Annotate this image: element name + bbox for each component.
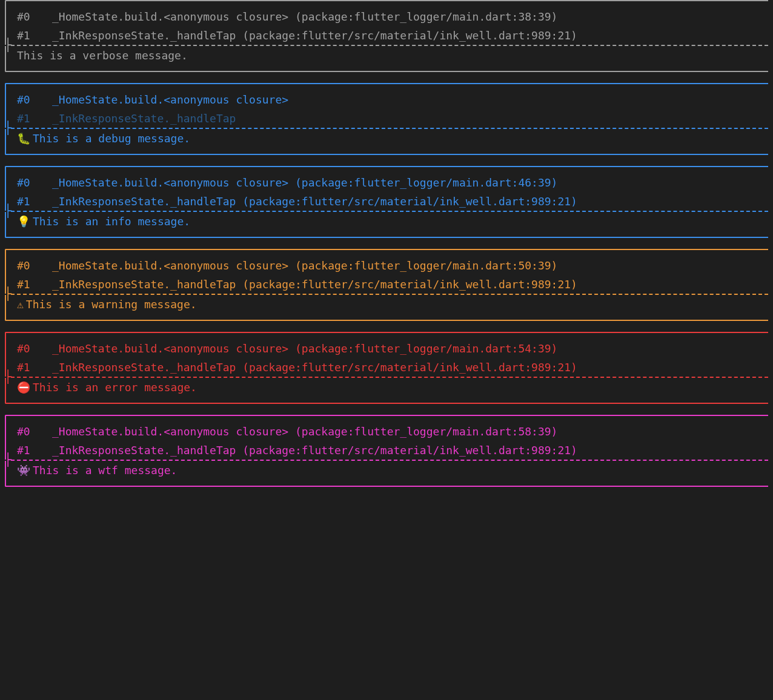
box-bottom-border: [5, 397, 768, 404]
log-entry-info: #0_HomeState.build.<anonymous closure> (…: [0, 166, 773, 238]
log-message-text: This is a wtf message.: [33, 464, 177, 477]
box-bottom-border: [5, 314, 768, 321]
debug-icon: 🐛: [17, 130, 30, 147]
error-icon: ⛔: [17, 379, 30, 395]
stack-frame: #1_InkResponseState._handleTap (package:…: [5, 192, 768, 211]
frame-text: _InkResponseState._handleTap: [52, 112, 236, 125]
frame-text: _InkResponseState._handleTap (package:fl…: [52, 195, 577, 208]
wtf-icon: 👾: [17, 462, 30, 478]
warning-icon: ⚠: [17, 296, 24, 312]
info-icon: 💡: [17, 213, 30, 229]
log-message-line: ⚠This is a warning message.: [5, 295, 768, 314]
log-entry-verbose: #0_HomeState.build.<anonymous closure> (…: [0, 0, 773, 72]
frame-text: _InkResponseState._handleTap (package:fl…: [52, 444, 577, 457]
log-message-text: This is an error message.: [33, 381, 197, 394]
frame-text: _HomeState.build.<anonymous closure> (pa…: [52, 259, 557, 272]
stack-frame: #0_HomeState.build.<anonymous closure> (…: [5, 339, 768, 358]
frame-number: #0: [17, 423, 52, 440]
frame-number: #0: [17, 174, 52, 191]
box-divider: [5, 128, 768, 129]
stack-frame: #1_InkResponseState._handleTap (package:…: [5, 26, 768, 45]
frame-number: #1: [17, 442, 52, 458]
log-message-line: 👾This is a wtf message.: [5, 461, 768, 480]
frame-number: #1: [17, 193, 52, 210]
log-message-line: 💡This is an info message.: [5, 212, 768, 231]
box-top-border: [5, 83, 768, 90]
box-bottom-border: [5, 148, 768, 155]
log-entry-warning: #0_HomeState.build.<anonymous closure> (…: [0, 249, 773, 321]
box-divider: [5, 377, 768, 378]
stack-frame: #1_InkResponseState._handleTap: [5, 109, 768, 128]
frame-text: _HomeState.build.<anonymous closure> (pa…: [52, 342, 557, 355]
log-message-line: ⛔This is an error message.: [5, 378, 768, 397]
log-entry-debug: #0_HomeState.build.<anonymous closure>#1…: [0, 83, 773, 155]
frame-text: _InkResponseState._handleTap (package:fl…: [52, 29, 577, 42]
frame-number: #1: [17, 359, 52, 375]
log-message-line: 🐛This is a debug message.: [5, 129, 768, 148]
box-top-border: [5, 249, 768, 256]
box-divider: [5, 211, 768, 212]
frame-number: #1: [17, 276, 52, 292]
log-message-text: This is a verbose message.: [17, 49, 188, 62]
frame-text: _HomeState.build.<anonymous closure> (pa…: [52, 176, 557, 189]
stack-frame: #0_HomeState.build.<anonymous closure> (…: [5, 422, 768, 441]
log-message-text: This is an info message.: [33, 215, 190, 228]
stack-frame: #0_HomeState.build.<anonymous closure>: [5, 90, 768, 109]
box-top-border: [5, 0, 768, 7]
box-divider: [5, 460, 768, 461]
log-output: #0_HomeState.build.<anonymous closure> (…: [0, 0, 773, 487]
frame-number: #1: [17, 27, 52, 44]
log-entry-wtf: #0_HomeState.build.<anonymous closure> (…: [0, 415, 773, 487]
log-message-text: This is a warning message.: [26, 298, 197, 311]
box-bottom-border: [5, 231, 768, 238]
frame-number: #0: [17, 91, 52, 108]
frame-number: #0: [17, 340, 52, 357]
frame-text: _InkResponseState._handleTap (package:fl…: [52, 361, 577, 374]
log-entry-error: #0_HomeState.build.<anonymous closure> (…: [0, 332, 773, 404]
box-bottom-border: [5, 480, 768, 487]
box-divider: [5, 294, 768, 295]
frame-number: #0: [17, 8, 52, 25]
box-top-border: [5, 332, 768, 339]
frame-text: _HomeState.build.<anonymous closure> (pa…: [52, 10, 557, 23]
log-message-text: This is a debug message.: [33, 132, 190, 145]
stack-frame: #0_HomeState.build.<anonymous closure> (…: [5, 256, 768, 275]
frame-text: _HomeState.build.<anonymous closure> (pa…: [52, 425, 557, 438]
stack-frame: #1_InkResponseState._handleTap (package:…: [5, 441, 768, 460]
stack-frame: #1_InkResponseState._handleTap (package:…: [5, 358, 768, 377]
box-top-border: [5, 166, 768, 173]
box-divider: [5, 45, 768, 46]
stack-frame: #0_HomeState.build.<anonymous closure> (…: [5, 7, 768, 26]
frame-text: _InkResponseState._handleTap (package:fl…: [52, 278, 577, 291]
log-message-line: This is a verbose message.: [5, 46, 768, 65]
frame-text: _HomeState.build.<anonymous closure>: [52, 93, 288, 106]
box-top-border: [5, 415, 768, 422]
frame-number: #1: [17, 110, 52, 127]
stack-frame: #1_InkResponseState._handleTap (package:…: [5, 275, 768, 294]
stack-frame: #0_HomeState.build.<anonymous closure> (…: [5, 173, 768, 192]
box-bottom-border: [5, 65, 768, 72]
frame-number: #0: [17, 257, 52, 274]
